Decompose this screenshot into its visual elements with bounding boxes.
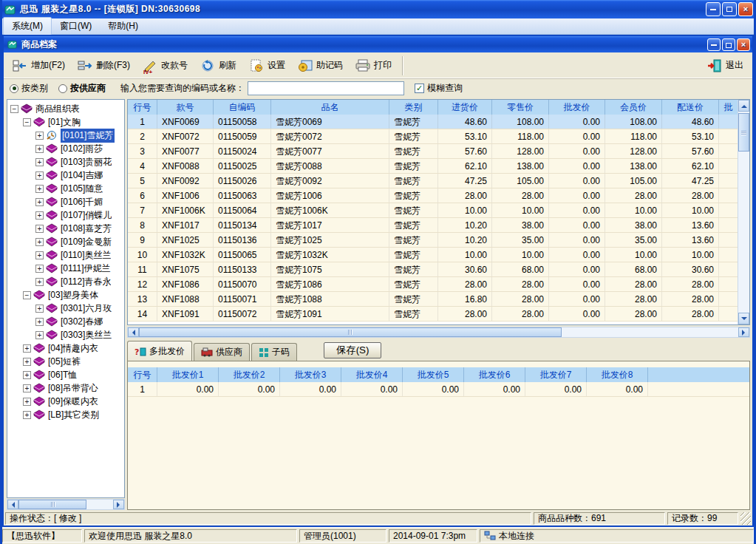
expand-icon[interactable]: + xyxy=(35,185,44,193)
table-row[interactable]: 10XNF1032K01150065雪妮芳1032K雪妮芳10.0010.000… xyxy=(128,248,738,262)
tree-item[interactable]: +[0108]嘉芝芳 xyxy=(7,222,124,235)
expand-icon[interactable]: + xyxy=(35,225,44,233)
column-header[interactable]: 行号 xyxy=(128,100,157,115)
scroll-right-icon[interactable] xyxy=(113,500,124,509)
expand-icon[interactable]: + xyxy=(35,305,44,313)
table-row[interactable]: 4XNF008801150025雪妮芳0088雪妮芳62.10138.000.0… xyxy=(128,159,738,174)
tree-item[interactable]: −[03]塑身美体 xyxy=(7,288,124,302)
tree-item[interactable]: +[09]保暖内衣 xyxy=(7,395,124,408)
column-header[interactable]: 零售价 xyxy=(492,100,549,115)
tree-item[interactable]: +[0109]金曼新 xyxy=(7,235,124,248)
table-vertical-scrollbar[interactable] xyxy=(738,100,749,324)
expand-icon[interactable]: + xyxy=(35,318,44,326)
expand-icon[interactable]: + xyxy=(35,171,44,180)
menu-help[interactable]: 帮助(H) xyxy=(100,18,146,35)
tree-item[interactable]: +[0106]千媚 xyxy=(7,195,124,208)
scroll-left-icon[interactable] xyxy=(7,500,18,509)
column-header[interactable]: 自编码 xyxy=(214,100,271,115)
expand-icon[interactable]: + xyxy=(35,211,44,220)
tree-item[interactable]: +[05]短裤 xyxy=(7,355,124,368)
tree-item[interactable]: +[LB]其它类别 xyxy=(7,408,124,421)
expand-icon[interactable]: + xyxy=(23,371,31,379)
expand-icon[interactable]: − xyxy=(23,291,31,299)
expand-icon[interactable]: + xyxy=(23,411,31,419)
tree-scroll-thumb[interactable] xyxy=(18,500,86,509)
table-row[interactable]: 1XNF006901150058雪妮芳0069雪妮芳48.60108.000.0… xyxy=(128,115,738,129)
tree-item[interactable]: −[01]文胸 xyxy=(7,115,124,129)
expand-icon[interactable]: + xyxy=(35,145,44,153)
table-hscroll-thumb[interactable] xyxy=(139,327,562,337)
tree-item[interactable]: +[06]T恤 xyxy=(7,368,124,381)
menu-window[interactable]: 窗口(W) xyxy=(52,18,100,35)
tree-item[interactable]: +[0105]随意 xyxy=(7,182,124,195)
expand-icon[interactable]: − xyxy=(23,118,31,126)
scroll-down-icon[interactable] xyxy=(738,313,749,324)
expand-icon[interactable]: + xyxy=(23,398,31,406)
column-header[interactable]: 批发价8 xyxy=(587,367,648,382)
search-input[interactable] xyxy=(248,81,404,95)
column-header[interactable]: 行号 xyxy=(128,367,157,382)
table-row[interactable]: 2XNF007201150059雪妮芳0072雪妮芳53.10118.000.0… xyxy=(128,129,738,144)
column-header[interactable]: 批发价1 xyxy=(157,367,219,382)
tree-item[interactable]: +[0107]俏蝶儿 xyxy=(7,208,124,222)
column-header[interactable]: 会员价 xyxy=(605,100,662,115)
save-button[interactable]: 保存(S) xyxy=(324,342,381,358)
scroll-up-icon[interactable] xyxy=(738,100,749,112)
table-row[interactable]: 6XNF100601150063雪妮芳1006雪妮芳28.0028.000.00… xyxy=(128,188,738,203)
expand-icon[interactable]: − xyxy=(10,105,18,113)
expand-icon[interactable]: + xyxy=(23,344,31,353)
restyle-button[interactable]: IV+ 改款号 xyxy=(138,55,191,77)
column-header[interactable]: 款号 xyxy=(157,100,214,115)
table-row[interactable]: 3XNF007701150024雪妮芳0077雪妮芳57.60128.000.0… xyxy=(128,144,738,159)
print-button[interactable]: 打印 xyxy=(351,55,395,77)
settings-button[interactable]: 设置 xyxy=(245,55,289,77)
tab-multi-wholesale[interactable]: ? 多批发价 xyxy=(127,341,192,361)
column-header[interactable]: 批发价4 xyxy=(341,367,403,382)
expand-icon[interactable]: + xyxy=(35,238,44,246)
tab-supplier[interactable]: 供应商 xyxy=(194,343,250,361)
tree-item[interactable]: +[0104]吉娜 xyxy=(7,169,124,182)
expand-icon[interactable]: + xyxy=(35,132,44,140)
table-row[interactable]: 5XNF009201150026雪妮芳0092雪妮芳47.25105.000.0… xyxy=(128,174,738,188)
table-row[interactable]: 9XNF102501150136雪妮芳1025雪妮芳10.2035.000.00… xyxy=(128,233,738,248)
close-button[interactable]: × xyxy=(738,2,753,16)
column-header[interactable]: 批 xyxy=(719,100,738,115)
mnemonic-button[interactable]: 助记码 xyxy=(293,55,347,77)
subtable-row[interactable]: 10.000.000.000.000.000.000.000.00 xyxy=(128,382,749,397)
table-horizontal-scrollbar[interactable] xyxy=(127,327,750,338)
column-header[interactable]: 批发价3 xyxy=(280,367,341,382)
scroll-left-icon[interactable] xyxy=(128,327,139,337)
column-header[interactable]: 品名 xyxy=(271,100,389,115)
column-header[interactable]: 批发价5 xyxy=(403,367,464,382)
add-button[interactable]: 增加(F2) xyxy=(8,55,69,77)
column-header[interactable]: 批发价6 xyxy=(464,367,525,382)
column-header[interactable]: 类别 xyxy=(389,100,438,115)
expand-icon[interactable]: + xyxy=(35,251,44,259)
expand-icon[interactable]: + xyxy=(35,198,44,206)
column-header[interactable]: 配送价 xyxy=(662,100,719,115)
expand-icon[interactable]: + xyxy=(35,278,44,286)
table-row[interactable]: 7XNF1006K01150064雪妮芳1006K雪妮芳10.0010.000.… xyxy=(128,203,738,218)
tree-item[interactable]: +[0303]奥丝兰 xyxy=(7,328,124,341)
tree-item[interactable]: −商品组织表 xyxy=(7,102,124,115)
tree-item[interactable]: +[0102]雨莎 xyxy=(7,142,124,155)
doc-minimize-button[interactable] xyxy=(707,38,721,51)
expand-icon[interactable]: + xyxy=(23,358,31,366)
tree-horizontal-scrollbar[interactable] xyxy=(7,499,125,510)
expand-icon[interactable]: + xyxy=(35,158,44,166)
maximize-button[interactable] xyxy=(722,2,737,16)
table-row[interactable]: 8XNF101701150134雪妮芳1017雪妮芳10.2038.000.00… xyxy=(128,218,738,233)
tree-item[interactable]: +[08]吊带背心 xyxy=(7,381,124,395)
table-vscroll-thumb[interactable] xyxy=(738,113,749,152)
table-row[interactable]: 13XNF108801150071雪妮芳1088雪妮芳16.8028.000.0… xyxy=(128,292,738,307)
expand-icon[interactable]: + xyxy=(23,384,31,392)
table-row[interactable]: 14XNF109101150072雪妮芳1091雪妮芳28.0028.000.0… xyxy=(128,307,738,322)
column-header[interactable]: 批发价7 xyxy=(525,367,587,382)
refresh-button[interactable]: 刷新 xyxy=(196,55,240,77)
fuzzy-checkbox[interactable]: ✓ xyxy=(415,84,424,93)
tree-item[interactable]: +[0111]伊妮兰 xyxy=(7,262,124,275)
table-row[interactable]: 11XNF107501150133雪妮芳1075雪妮芳30.6068.000.0… xyxy=(128,262,738,277)
tree-item[interactable]: +[0101]雪妮芳 xyxy=(7,129,124,142)
tree-item[interactable]: +[0301]六月玫 xyxy=(7,302,124,315)
tree-item[interactable]: +[0302]春娜 xyxy=(7,315,124,328)
